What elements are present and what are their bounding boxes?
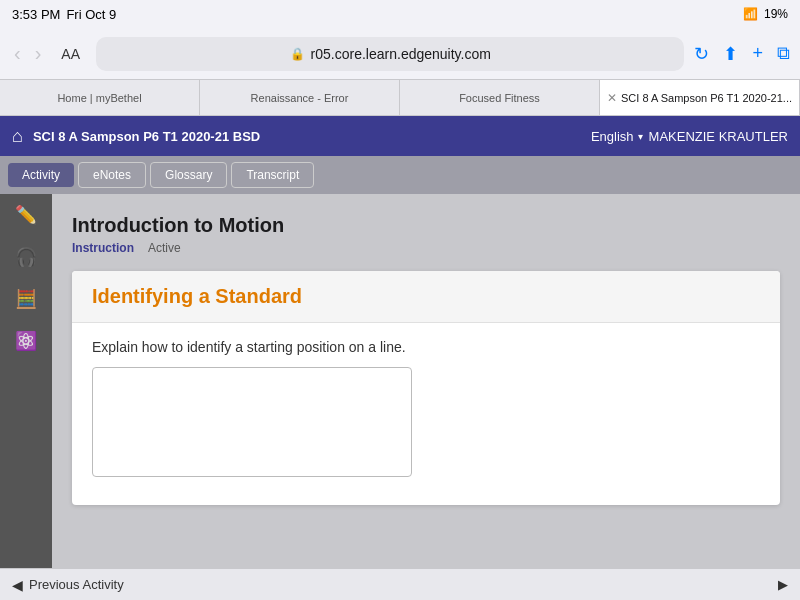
wifi-icon: 📶 [743, 7, 758, 21]
date: Fri Oct 9 [66, 7, 116, 22]
tab-glossary[interactable]: Glossary [150, 162, 227, 188]
browser-chrome: ‹ › AA 🔒 r05.core.learn.edgenuity.com ↻ … [0, 28, 800, 80]
url-text: r05.core.learn.edgenuity.com [311, 46, 491, 62]
prev-activity-button[interactable]: ◀ Previous Activity [12, 577, 124, 593]
tab-enotes[interactable]: eNotes [78, 162, 146, 188]
tab-1-label: Renaissance - Error [251, 92, 349, 104]
activity-card: Identifying a Standard Explain how to id… [72, 271, 780, 505]
content-area: Introduction to Motion Instruction Activ… [52, 194, 800, 568]
language-label: English [591, 129, 634, 144]
answer-textarea[interactable] [92, 367, 412, 477]
tab-3-close[interactable]: ✕ [607, 91, 617, 105]
card-body: Explain how to identify a starting posit… [72, 323, 780, 505]
reload-button[interactable]: ↻ [694, 43, 709, 65]
browser-tabs: Home | myBethel Renaissance - Error Focu… [0, 80, 800, 116]
prev-activity-label: Previous Activity [29, 577, 124, 592]
lesson-meta: Instruction Active [72, 241, 780, 255]
tab-3-label: SCI 8 A Sampson P6 T1 2020-21... [621, 92, 792, 104]
tab-0[interactable]: Home | myBethel [0, 80, 200, 115]
tab-activity[interactable]: Activity [8, 163, 74, 187]
atom-icon[interactable]: ⚛️ [15, 330, 37, 352]
lock-icon: 🔒 [290, 47, 305, 61]
new-tab-button[interactable]: + [752, 43, 763, 65]
status-bar-left: 3:53 PM Fri Oct 9 [12, 7, 116, 22]
tab-0-label: Home | myBethel [57, 92, 141, 104]
headphones-icon[interactable]: 🎧 [15, 246, 37, 268]
card-heading: Identifying a Standard [92, 285, 302, 307]
tabs-button[interactable]: ⧉ [777, 43, 790, 65]
course-title: SCI 8 A Sampson P6 T1 2020-21 BSD [33, 129, 591, 144]
browser-actions: ↻ ⬆ + ⧉ [694, 43, 790, 65]
status-bar-right: 📶 19% [743, 7, 788, 21]
tab-3[interactable]: ✕ SCI 8 A Sampson P6 T1 2020-21... [600, 80, 800, 115]
status-bar: 3:53 PM Fri Oct 9 📶 19% [0, 0, 800, 28]
main-layout: ✏️ 🎧 🧮 ⚛️ Introduction to Motion Instruc… [0, 194, 800, 568]
tab-1[interactable]: Renaissance - Error [200, 80, 400, 115]
home-icon[interactable]: ⌂ [12, 126, 23, 147]
reader-mode-button[interactable]: AA [55, 42, 86, 66]
battery: 19% [764, 7, 788, 21]
forward-button[interactable]: › [31, 38, 46, 69]
share-button[interactable]: ⬆ [723, 43, 738, 65]
nav-buttons: ‹ › [10, 38, 45, 69]
course-header: ⌂ SCI 8 A Sampson P6 T1 2020-21 BSD Engl… [0, 116, 800, 156]
tab-transcript[interactable]: Transcript [231, 162, 314, 188]
address-bar[interactable]: 🔒 r05.core.learn.edgenuity.com [96, 37, 684, 71]
prompt-text: Explain how to identify a starting posit… [92, 339, 760, 355]
language-selector[interactable]: English ▾ [591, 129, 643, 144]
user-name: MAKENZIE KRAUTLER [649, 129, 788, 144]
pencil-icon[interactable]: ✏️ [15, 204, 37, 226]
time: 3:53 PM [12, 7, 60, 22]
sidebar: ✏️ 🎧 🧮 ⚛️ [0, 194, 52, 568]
card-header: Identifying a Standard [72, 271, 780, 323]
chevron-down-icon: ▾ [638, 131, 643, 142]
meta-instruction: Instruction [72, 241, 134, 255]
course-header-right: English ▾ MAKENZIE KRAUTLER [591, 129, 788, 144]
prev-arrow-icon: ◀ [12, 577, 23, 593]
lesson-title: Introduction to Motion [72, 214, 780, 237]
meta-status: Active [148, 241, 181, 255]
back-button[interactable]: ‹ [10, 38, 25, 69]
next-activity-button[interactable]: ▶ [778, 577, 788, 592]
calculator-icon[interactable]: 🧮 [15, 288, 37, 310]
tab-2-label: Focused Fitness [459, 92, 540, 104]
tab-2[interactable]: Focused Fitness [400, 80, 600, 115]
bottom-bar: ◀ Previous Activity ▶ [0, 568, 800, 600]
activity-tabs: Activity eNotes Glossary Transcript [0, 156, 800, 194]
next-arrow-icon: ▶ [778, 577, 788, 592]
